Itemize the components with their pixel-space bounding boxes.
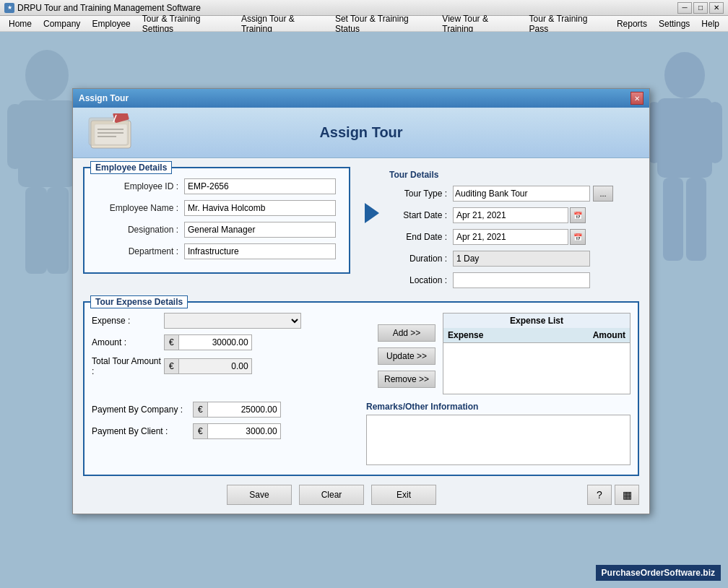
remove-expense-button[interactable]: Remove >> [378, 371, 436, 388]
end-date-row: End Date : 📅 [389, 229, 639, 245]
total-row: Total Tour Amount : € [92, 356, 370, 377]
department-row: Department : [92, 243, 342, 259]
location-row: Location : [389, 272, 639, 288]
start-date-row: Start Date : 📅 [389, 207, 639, 223]
expense-details-section: Tour Expense Details Expense : [83, 301, 639, 476]
employee-name-label: Employee Name : [92, 203, 178, 213]
close-app-button[interactable]: ✕ [709, 2, 724, 14]
modal-close-button[interactable]: ✕ [630, 92, 644, 105]
expense-list-body [443, 343, 630, 394]
amount-input[interactable] [179, 335, 251, 350]
svg-rect-5 [47, 187, 69, 274]
employee-name-row: Employee Name : [92, 200, 342, 216]
payment-client-currency: € [194, 424, 208, 438]
expense-content: Expense : Amount : € [92, 313, 630, 394]
main-action-buttons: Save Clear Exit [83, 485, 580, 505]
utility-buttons: ? ▦ [587, 485, 639, 505]
maximize-button[interactable]: □ [693, 2, 708, 14]
amount-row: Amount : € [92, 334, 370, 350]
modal-title-bar: Assign Tour ✕ [73, 89, 649, 108]
expense-list-header: Expense Amount [443, 328, 630, 343]
total-label: Total Tour Amount : [92, 356, 164, 377]
menu-help[interactable]: Help [696, 17, 725, 30]
save-button[interactable]: Save [227, 485, 292, 505]
payment-company-wrapper: € [193, 402, 281, 418]
total-currency: € [165, 359, 179, 373]
clear-button[interactable]: Clear [299, 485, 364, 505]
watermark-text: PurchaseOrderSoftware.biz [602, 568, 715, 578]
tour-details-section: Tour Details Tour Type : Auditing Bank T… [389, 167, 639, 294]
blue-arrow-icon [365, 203, 379, 223]
remarks-section: Remarks/Other Information [366, 402, 630, 467]
payment-client-label: Payment By Client : [92, 426, 193, 436]
employee-id-row: Employee ID : [92, 178, 342, 194]
menu-reports[interactable]: Reports [611, 17, 653, 30]
modal-header: Assign Tour [73, 108, 649, 158]
employee-id-input[interactable] [184, 178, 336, 194]
tour-type-label: Tour Type : [389, 189, 447, 199]
menu-employee[interactable]: Employee [86, 17, 136, 30]
action-buttons-row: Save Clear Exit ? ▦ [83, 482, 639, 505]
amount-col-header: Amount [568, 330, 625, 340]
header-logo [87, 113, 142, 153]
designation-label: Designation : [92, 225, 178, 235]
app-title: DRPU Tour and Training Management Softwa… [17, 3, 201, 13]
designation-row: Designation : [92, 222, 342, 238]
payment-company-label: Payment By Company : [92, 405, 193, 415]
location-input[interactable] [453, 272, 590, 288]
add-expense-button[interactable]: Add >> [378, 324, 436, 342]
employee-id-label: Employee ID : [92, 181, 178, 191]
svg-rect-9 [708, 102, 722, 163]
calculator-button[interactable]: ▦ [615, 485, 639, 505]
payment-section: Payment By Company : € Payment By Client… [92, 402, 356, 467]
start-date-picker-button[interactable]: 📅 [570, 207, 586, 223]
expense-list-title: Expense List [443, 314, 630, 328]
payment-remarks-section: Payment By Company : € Payment By Client… [92, 402, 630, 467]
remarks-textarea[interactable] [366, 415, 630, 465]
department-input[interactable] [184, 243, 336, 259]
tour-type-select[interactable]: Auditing Bank Tour Client Visit Conferen… [453, 186, 590, 202]
expense-form: Expense : Amount : € [92, 313, 370, 394]
start-date-input[interactable] [453, 207, 568, 223]
expense-type-select[interactable] [164, 313, 301, 329]
end-date-input[interactable] [453, 229, 568, 245]
expense-type-row: Expense : [92, 313, 370, 329]
designation-input[interactable] [184, 222, 336, 238]
minimize-button[interactable]: ─ [677, 2, 692, 14]
menu-bar: Home Company Employee Tour & Training Se… [0, 16, 728, 32]
menu-home[interactable]: Home [3, 17, 38, 30]
tour-type-row: Tour Type : Auditing Bank Tour Client Vi… [389, 186, 639, 202]
expense-buttons: Add >> Update >> Remove >> [378, 313, 436, 394]
expense-list: Expense List Expense Amount [443, 313, 630, 394]
svg-rect-2 [7, 104, 23, 169]
end-date-picker-button[interactable]: 📅 [570, 229, 586, 245]
remarks-title: Remarks/Other Information [366, 402, 630, 412]
department-label: Department : [92, 246, 178, 256]
employee-name-input[interactable] [184, 200, 336, 216]
section-arrow [360, 167, 384, 223]
menu-company[interactable]: Company [38, 17, 86, 30]
modal-title: Assign Tour [79, 93, 129, 103]
tour-details-label: Tour Details [389, 170, 639, 180]
watermark: PurchaseOrderSoftware.biz [596, 565, 721, 581]
tour-type-browse-button[interactable]: ... [593, 186, 613, 202]
modal-body: Employee Details Employee ID : Employee … [73, 158, 649, 514]
end-date-label: End Date : [389, 232, 447, 242]
update-expense-button[interactable]: Update >> [378, 347, 436, 365]
bg-figure-right [641, 32, 728, 321]
payment-company-input[interactable] [208, 402, 280, 417]
exit-button[interactable]: Exit [371, 485, 436, 505]
payment-client-wrapper: € [193, 423, 281, 439]
svg-point-0 [25, 50, 69, 100]
menu-settings[interactable]: Settings [653, 17, 696, 30]
help-button[interactable]: ? [587, 485, 612, 505]
expense-type-label: Expense : [92, 316, 164, 326]
payment-company-row: Payment By Company : € [92, 402, 356, 418]
svg-rect-10 [663, 178, 683, 261]
amount-wrapper: € [164, 334, 252, 350]
tour-type-wrapper: Auditing Bank Tour Client Visit Conferen… [453, 186, 590, 202]
payment-client-input[interactable] [208, 424, 280, 438]
app-icon: ★ [4, 3, 14, 13]
duration-row: Duration : [389, 251, 639, 267]
svg-point-6 [664, 52, 705, 98]
